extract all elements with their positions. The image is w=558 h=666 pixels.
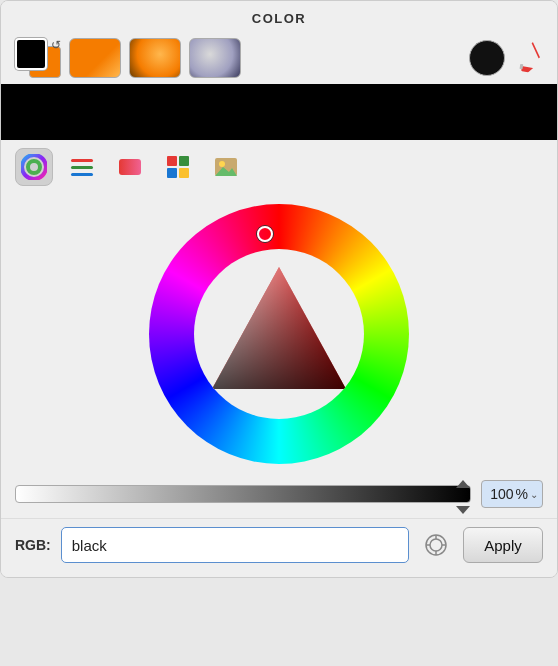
- svg-point-16: [430, 539, 442, 551]
- rgb-label: RGB:: [15, 537, 51, 553]
- color-panel: COLOR ↺ /: [0, 0, 558, 578]
- fg-bg-swatch[interactable]: ↺: [15, 38, 61, 78]
- preset-swatch-3[interactable]: [189, 38, 241, 78]
- tab-color-wheel[interactable]: [15, 148, 53, 186]
- svg-rect-8: [179, 168, 189, 178]
- svg-rect-4: [119, 159, 141, 175]
- svg-point-10: [219, 161, 225, 167]
- color-wheel[interactable]: [149, 204, 409, 464]
- svg-point-3: [28, 161, 40, 173]
- color-wheel-inner: [194, 249, 364, 419]
- panel-title: COLOR: [1, 1, 557, 32]
- tab-gradient[interactable]: [111, 148, 149, 186]
- wheel-cursor[interactable]: [257, 226, 273, 242]
- tab-palette[interactable]: [159, 148, 197, 186]
- apply-button[interactable]: Apply: [463, 527, 543, 563]
- color-preview-bar: [1, 84, 557, 140]
- svg-marker-14: [212, 267, 346, 389]
- opacity-unit: %: [516, 486, 528, 502]
- svg-point-2: [22, 155, 46, 179]
- opacity-value: 100: [490, 486, 513, 502]
- svg-rect-5: [167, 156, 177, 166]
- triangle-container[interactable]: [204, 259, 354, 409]
- svg-rect-6: [179, 156, 189, 166]
- swap-icon[interactable]: ↺: [51, 38, 61, 52]
- eyedropper-icon[interactable]: [419, 528, 453, 562]
- slider-arrow-top: [456, 480, 470, 488]
- svg-rect-0: [521, 66, 534, 73]
- mode-tabs-row: [1, 140, 557, 194]
- svg-rect-7: [167, 168, 177, 178]
- opacity-chevron-icon[interactable]: ⌄: [530, 489, 538, 500]
- tab-sliders[interactable]: [63, 148, 101, 186]
- tab-image[interactable]: [207, 148, 245, 186]
- opacity-thumb[interactable]: [456, 480, 470, 514]
- rgb-input[interactable]: [61, 527, 409, 563]
- preset-swatch-2[interactable]: [129, 38, 181, 78]
- opacity-section: 100 % ⌄: [1, 480, 557, 518]
- preset-swatch-1[interactable]: [69, 38, 121, 78]
- swatches-row: ↺ /: [1, 32, 557, 84]
- opacity-slider[interactable]: [15, 485, 471, 503]
- slider-arrow-bottom: [456, 506, 470, 514]
- pencil-icon[interactable]: /: [507, 37, 549, 79]
- wheel-section[interactable]: [1, 194, 557, 480]
- foreground-swatch[interactable]: [15, 38, 47, 70]
- opacity-value-box[interactable]: 100 % ⌄: [481, 480, 543, 508]
- black-circle-indicator: [469, 40, 505, 76]
- rgb-row: RGB: Apply: [1, 518, 557, 577]
